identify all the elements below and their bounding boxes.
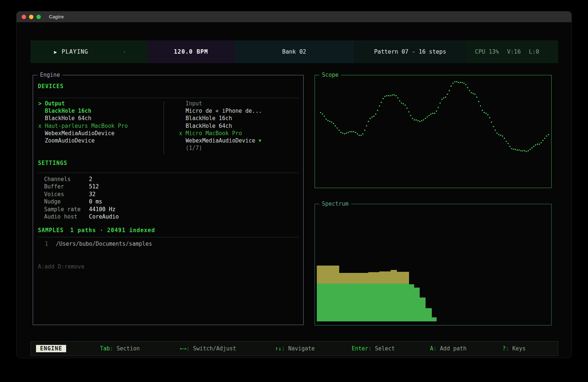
zoom-button[interactable] xyxy=(36,15,41,19)
: : xyxy=(368,345,375,352)
scope-dot xyxy=(331,122,332,123)
setting-row[interactable]: Voices32 xyxy=(44,191,119,198)
sample-path-row[interactable]: 1/Users/bubo/Documents/samples xyxy=(45,240,152,248)
setting-row[interactable]: Channels2 xyxy=(44,176,119,183)
spectrum-bar xyxy=(368,272,379,321)
scope-dot xyxy=(395,95,397,96)
settings-heading: SETTINGS xyxy=(38,160,67,166)
transport-segment[interactable]: ▶PLAYING - xyxy=(31,40,147,63)
scope-dot xyxy=(430,113,431,115)
scope-dot xyxy=(348,132,349,133)
device-item[interactable]: BlackHole 64ch xyxy=(38,115,128,122)
scope-dot xyxy=(517,149,518,151)
device-item[interactable]: >Output xyxy=(38,100,128,107)
scope-dot xyxy=(502,136,503,137)
setting-row[interactable]: Nudge0 ms xyxy=(44,198,119,205)
device-item[interactable]: ZoomAudioDevice xyxy=(38,137,128,144)
setting-row[interactable]: Buffer512 xyxy=(44,183,119,190)
spectrum-bar-level xyxy=(409,284,414,321)
scope-dot xyxy=(366,125,367,126)
scope-dot xyxy=(423,119,424,120)
scope-dot xyxy=(533,146,534,147)
divider xyxy=(38,98,299,98)
scope-dot xyxy=(456,81,457,82)
stats-segment: CPU 13% V:16 L:0 xyxy=(466,40,558,63)
bank-segment[interactable]: Bank 02 xyxy=(234,40,354,63)
device-marker: x xyxy=(38,122,45,130)
spectrum-bar-level xyxy=(432,317,437,321)
minimize-button[interactable] xyxy=(29,15,33,19)
spectrum-bar-peak xyxy=(391,270,397,284)
devices-heading: DEVICES xyxy=(38,83,64,90)
scope-dot xyxy=(390,95,391,96)
scope-dot xyxy=(333,123,334,124)
scope-dot xyxy=(327,120,329,121)
scope-dot xyxy=(452,83,453,84)
setting-value: 44100 Hz xyxy=(89,206,115,213)
pattern-segment[interactable]: Pattern 07 - 16 steps xyxy=(354,40,466,63)
device-item[interactable]: WebexMediaAudioDevice xyxy=(38,130,128,137)
device-label: Micro de « iPhone de... xyxy=(186,107,262,115)
scope-dot xyxy=(458,82,459,83)
samples-hint: A:add D:remove xyxy=(38,263,84,270)
scope-dot xyxy=(322,113,323,115)
key-name: Tab xyxy=(100,345,110,352)
device-label: BlackHole 64ch xyxy=(186,122,232,130)
spectrum-bar xyxy=(432,317,437,321)
spectrum-bar xyxy=(420,298,426,321)
scope-dot xyxy=(520,150,521,151)
scope-dot xyxy=(451,86,452,87)
setting-row[interactable]: Audio hostCoreAudio xyxy=(44,213,119,220)
: : xyxy=(506,345,512,352)
key-name: Enter xyxy=(352,345,368,352)
scope-dot xyxy=(546,136,547,137)
spectrum-bar-level xyxy=(391,284,397,321)
device-label: Micro MacBook Pro xyxy=(186,130,242,137)
device-item[interactable]: BlackHole 16ch xyxy=(179,115,262,122)
samples-title: SAMPLES xyxy=(38,227,64,234)
scope-waveform xyxy=(315,75,551,188)
setting-value: 32 xyxy=(89,191,96,198)
device-item[interactable]: BlackHole 16ch xyxy=(38,107,128,115)
device-item[interactable]: WebexMediaAudioDevice▼ xyxy=(179,137,262,144)
setting-value: CoreAudio xyxy=(89,213,119,220)
device-item[interactable]: xHaut-parleurs MacBook Pro xyxy=(38,122,128,130)
device-item[interactable]: xMicro MacBook Pro xyxy=(179,130,262,137)
key-hint: ?: Keys xyxy=(502,345,526,352)
device-item[interactable]: BlackHole 64ch xyxy=(179,122,262,130)
scope-dot xyxy=(432,113,433,114)
scope-dot xyxy=(384,96,386,97)
scope-dot xyxy=(530,149,531,150)
app-content: ▶PLAYING - 120.0 BPM Bank 02 Pattern 07 … xyxy=(17,23,571,358)
device-item[interactable]: Micro de « iPhone de... xyxy=(179,107,262,115)
scope-dot xyxy=(362,133,363,134)
device-marker xyxy=(38,130,45,137)
setting-row[interactable]: Sample rate44100 Hz xyxy=(44,206,119,213)
device-label: BlackHole 64ch xyxy=(45,115,91,122)
setting-label: Audio host xyxy=(44,213,89,220)
scope-dot xyxy=(326,119,327,120)
bpm-segment[interactable]: 120.0 BPM xyxy=(147,40,234,63)
setting-label: Channels xyxy=(44,176,89,183)
scope-dot xyxy=(392,94,393,96)
close-button[interactable] xyxy=(22,15,26,19)
scope-dot xyxy=(495,130,496,131)
scope-dot xyxy=(335,125,336,126)
device-marker xyxy=(38,137,45,144)
scope-dot xyxy=(445,97,446,98)
scope-dot xyxy=(465,84,466,85)
scope-dot xyxy=(340,132,341,133)
setting-label: Sample rate xyxy=(44,206,89,213)
scope-dot xyxy=(414,119,415,120)
device-item[interactable]: Input xyxy=(179,100,262,107)
device-item[interactable]: (1/7) xyxy=(179,144,262,152)
scope-dot xyxy=(440,102,441,104)
scope-dot xyxy=(522,150,523,151)
play-icon: ▶ xyxy=(54,49,57,55)
input-device-list: InputMicro de « iPhone de...BlackHole 16… xyxy=(179,100,262,152)
scope-dot xyxy=(342,133,343,134)
key-name: ←→ xyxy=(180,345,186,352)
scope-dot xyxy=(394,94,395,96)
scope-dot xyxy=(324,116,325,117)
device-label: WebexMediaAudioDevice xyxy=(186,137,255,144)
